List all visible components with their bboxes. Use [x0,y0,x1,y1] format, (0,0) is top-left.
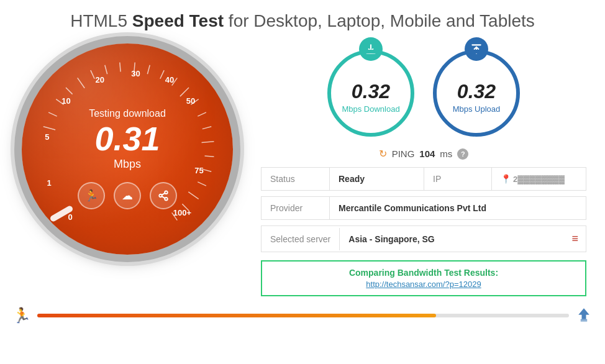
label-100+: 100+ [173,208,191,217]
header-bold: Speed Test [132,11,224,30]
right-panel: 0.32 Mbps Download 0.32 Mbps Upload ↻ [261,43,586,296]
label-5: 5 [45,132,49,141]
upload-container: 0.32 Mbps Upload [433,50,520,137]
label-75: 75 [194,166,203,175]
status-value: Ready [330,168,424,190]
label-20: 20 [96,75,104,84]
server-row: Selected server Asia - Singapore, SG ≡ [261,225,586,252]
speedometer-container: 0 1 5 10 20 30 40 50 75 100+ Testing dow… [12,43,242,255]
bandwidth-link[interactable]: http://techsansar.com/?p=12029 [273,280,574,289]
location-pin-icon: 📍 [501,174,511,184]
svg-line-26 [161,196,165,198]
bottom-bar: 🏃 [0,300,605,331]
main-content: 0 1 5 10 20 30 40 50 75 100+ Testing dow… [0,37,605,296]
runner-icon: 🏃 [12,307,31,324]
download-container: 0.32 Mbps Download [327,50,414,137]
speedometer-inner: Testing download 0.31 Mbps [89,108,166,171]
upload-label: Mbps Upload [453,104,501,114]
download-value: 0.32 [352,80,390,103]
ip-label: IP [424,168,492,190]
progress-bar [37,314,569,317]
ping-label: PING [392,148,415,159]
provider-row: Provider Mercantile Communications Pvt L… [261,196,586,220]
ping-refresh-icon: ↻ [379,148,387,160]
speed-circles: 0.32 Mbps Download 0.32 Mbps Upload [261,50,586,137]
label-10: 10 [61,96,70,105]
svg-point-23 [165,191,168,194]
header-suffix: for Desktop, Laptop, Mobile and Tablets [224,11,535,30]
page-header: HTML5 Speed Test for Desktop, Laptop, Mo… [0,0,605,37]
label-50: 50 [186,96,195,105]
label-0: 0 [68,212,73,221]
ping-help-button[interactable]: ? [457,148,468,160]
svg-rect-30 [581,321,588,322]
svg-point-25 [165,198,168,201]
status-label: Status [262,168,330,190]
download-circle: 0.32 Mbps Download [327,50,414,137]
bandwidth-title: Comparing Bandwidth Test Results: [273,268,574,278]
svg-point-24 [159,194,162,197]
status-ip-row: Status Ready IP 📍2▓▓▓▓▓▓▓▓ [261,167,586,191]
upload-value: 0.32 [457,80,496,103]
header-prefix: HTML5 [70,11,132,30]
ip-address: 2▓▓▓▓▓▓▓▓ [513,175,565,184]
share-button[interactable] [150,182,177,209]
hamburger-menu-icon[interactable]: ≡ [564,226,586,252]
mbps-unit: Mbps [89,158,166,171]
speed-value: 0.31 [89,122,166,155]
label-30: 30 [131,68,140,78]
svg-rect-29 [581,319,588,321]
ping-unit: ms [440,148,452,159]
progress-bar-fill [37,314,436,317]
bandwidth-compare-box: Comparing Bandwidth Test Results: http:/… [261,260,586,296]
server-value: Asia - Singapore, SG [340,228,564,250]
run-test-button[interactable]: 🏃 [78,182,105,209]
upload-circle: 0.32 Mbps Upload [433,50,520,137]
label-40: 40 [165,75,174,84]
ping-row: ↻ PING 104 ms ? [261,148,586,160]
provider-value: Mercantile Communications Pvt Ltd [330,197,586,219]
speedometer: 0 1 5 10 20 30 40 50 75 100+ Testing dow… [22,43,233,255]
provider-label: Provider [262,197,330,219]
svg-marker-28 [578,308,589,319]
svg-line-27 [161,193,165,194]
label-1: 1 [47,178,52,188]
ip-value: 📍2▓▓▓▓▓▓▓▓ [492,168,586,190]
server-label: Selected server [262,228,340,250]
testing-label: Testing download [89,108,166,119]
upload-cloud-button[interactable]: ☁ [114,182,141,209]
ping-value: 104 [419,148,435,159]
speedo-buttons: 🏃 ☁ [78,182,177,209]
upload-stack-icon [575,305,593,326]
download-label: Mbps Download [342,104,399,114]
